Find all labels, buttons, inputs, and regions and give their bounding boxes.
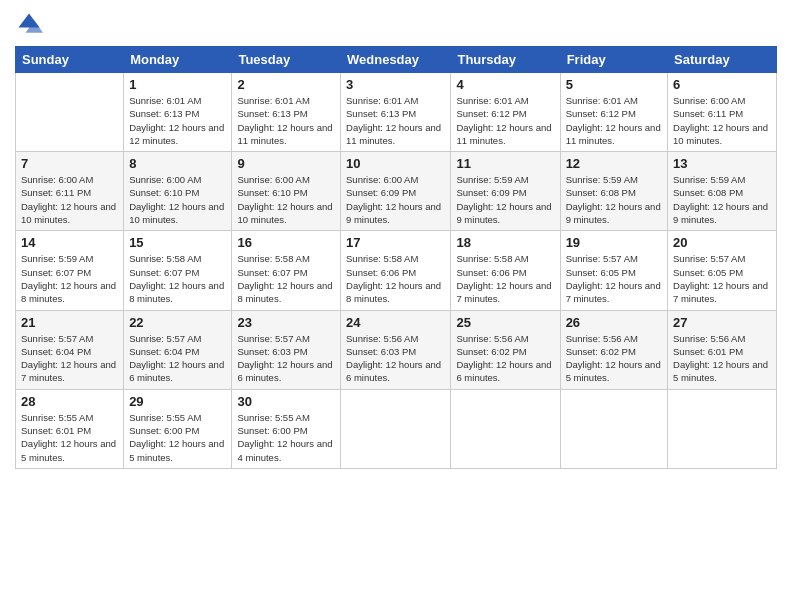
day-number: 20 bbox=[673, 235, 771, 250]
day-number: 2 bbox=[237, 77, 335, 92]
day-number: 19 bbox=[566, 235, 662, 250]
calendar-cell: 8Sunrise: 6:00 AM Sunset: 6:10 PM Daylig… bbox=[124, 152, 232, 231]
day-number: 21 bbox=[21, 315, 118, 330]
day-number: 11 bbox=[456, 156, 554, 171]
day-info: Sunrise: 5:56 AM Sunset: 6:01 PM Dayligh… bbox=[673, 332, 771, 385]
week-row-1: 1Sunrise: 6:01 AM Sunset: 6:13 PM Daylig… bbox=[16, 73, 777, 152]
page: SundayMondayTuesdayWednesdayThursdayFrid… bbox=[0, 0, 792, 612]
day-number: 17 bbox=[346, 235, 445, 250]
day-info: Sunrise: 5:57 AM Sunset: 6:04 PM Dayligh… bbox=[129, 332, 226, 385]
week-row-5: 28Sunrise: 5:55 AM Sunset: 6:01 PM Dayli… bbox=[16, 389, 777, 468]
day-info: Sunrise: 5:59 AM Sunset: 6:08 PM Dayligh… bbox=[566, 173, 662, 226]
calendar-cell: 22Sunrise: 5:57 AM Sunset: 6:04 PM Dayli… bbox=[124, 310, 232, 389]
day-number: 25 bbox=[456, 315, 554, 330]
day-number: 8 bbox=[129, 156, 226, 171]
day-number: 29 bbox=[129, 394, 226, 409]
calendar-cell bbox=[341, 389, 451, 468]
day-number: 27 bbox=[673, 315, 771, 330]
day-number: 30 bbox=[237, 394, 335, 409]
day-number: 12 bbox=[566, 156, 662, 171]
calendar-cell bbox=[560, 389, 667, 468]
weekday-header-thursday: Thursday bbox=[451, 47, 560, 73]
weekday-header-wednesday: Wednesday bbox=[341, 47, 451, 73]
day-info: Sunrise: 5:58 AM Sunset: 6:07 PM Dayligh… bbox=[129, 252, 226, 305]
calendar-cell bbox=[668, 389, 777, 468]
day-info: Sunrise: 5:56 AM Sunset: 6:02 PM Dayligh… bbox=[456, 332, 554, 385]
calendar-cell: 29Sunrise: 5:55 AM Sunset: 6:00 PM Dayli… bbox=[124, 389, 232, 468]
calendar-cell: 5Sunrise: 6:01 AM Sunset: 6:12 PM Daylig… bbox=[560, 73, 667, 152]
calendar-cell: 13Sunrise: 5:59 AM Sunset: 6:08 PM Dayli… bbox=[668, 152, 777, 231]
calendar-cell: 28Sunrise: 5:55 AM Sunset: 6:01 PM Dayli… bbox=[16, 389, 124, 468]
calendar-cell: 16Sunrise: 5:58 AM Sunset: 6:07 PM Dayli… bbox=[232, 231, 341, 310]
calendar-cell: 11Sunrise: 5:59 AM Sunset: 6:09 PM Dayli… bbox=[451, 152, 560, 231]
week-row-3: 14Sunrise: 5:59 AM Sunset: 6:07 PM Dayli… bbox=[16, 231, 777, 310]
calendar-cell: 6Sunrise: 6:00 AM Sunset: 6:11 PM Daylig… bbox=[668, 73, 777, 152]
calendar-cell: 12Sunrise: 5:59 AM Sunset: 6:08 PM Dayli… bbox=[560, 152, 667, 231]
day-number: 14 bbox=[21, 235, 118, 250]
logo-icon bbox=[15, 10, 43, 38]
day-info: Sunrise: 5:56 AM Sunset: 6:02 PM Dayligh… bbox=[566, 332, 662, 385]
calendar-cell: 17Sunrise: 5:58 AM Sunset: 6:06 PM Dayli… bbox=[341, 231, 451, 310]
day-info: Sunrise: 5:58 AM Sunset: 6:06 PM Dayligh… bbox=[456, 252, 554, 305]
week-row-2: 7Sunrise: 6:00 AM Sunset: 6:11 PM Daylig… bbox=[16, 152, 777, 231]
day-info: Sunrise: 5:59 AM Sunset: 6:09 PM Dayligh… bbox=[456, 173, 554, 226]
calendar-table: SundayMondayTuesdayWednesdayThursdayFrid… bbox=[15, 46, 777, 469]
day-info: Sunrise: 6:01 AM Sunset: 6:12 PM Dayligh… bbox=[456, 94, 554, 147]
calendar-cell: 9Sunrise: 6:00 AM Sunset: 6:10 PM Daylig… bbox=[232, 152, 341, 231]
calendar-cell: 2Sunrise: 6:01 AM Sunset: 6:13 PM Daylig… bbox=[232, 73, 341, 152]
calendar-cell: 30Sunrise: 5:55 AM Sunset: 6:00 PM Dayli… bbox=[232, 389, 341, 468]
calendar-cell bbox=[16, 73, 124, 152]
week-row-4: 21Sunrise: 5:57 AM Sunset: 6:04 PM Dayli… bbox=[16, 310, 777, 389]
header bbox=[15, 10, 777, 38]
day-info: Sunrise: 6:00 AM Sunset: 6:10 PM Dayligh… bbox=[129, 173, 226, 226]
weekday-header-tuesday: Tuesday bbox=[232, 47, 341, 73]
day-info: Sunrise: 6:01 AM Sunset: 6:12 PM Dayligh… bbox=[566, 94, 662, 147]
day-info: Sunrise: 5:59 AM Sunset: 6:07 PM Dayligh… bbox=[21, 252, 118, 305]
calendar-cell: 25Sunrise: 5:56 AM Sunset: 6:02 PM Dayli… bbox=[451, 310, 560, 389]
weekday-header-sunday: Sunday bbox=[16, 47, 124, 73]
day-info: Sunrise: 5:56 AM Sunset: 6:03 PM Dayligh… bbox=[346, 332, 445, 385]
logo bbox=[15, 10, 47, 38]
day-number: 24 bbox=[346, 315, 445, 330]
day-number: 5 bbox=[566, 77, 662, 92]
day-info: Sunrise: 5:55 AM Sunset: 6:01 PM Dayligh… bbox=[21, 411, 118, 464]
day-info: Sunrise: 6:00 AM Sunset: 6:10 PM Dayligh… bbox=[237, 173, 335, 226]
day-info: Sunrise: 6:01 AM Sunset: 6:13 PM Dayligh… bbox=[237, 94, 335, 147]
day-info: Sunrise: 5:57 AM Sunset: 6:05 PM Dayligh… bbox=[566, 252, 662, 305]
day-info: Sunrise: 5:58 AM Sunset: 6:07 PM Dayligh… bbox=[237, 252, 335, 305]
day-info: Sunrise: 6:01 AM Sunset: 6:13 PM Dayligh… bbox=[129, 94, 226, 147]
day-info: Sunrise: 6:00 AM Sunset: 6:11 PM Dayligh… bbox=[21, 173, 118, 226]
day-number: 1 bbox=[129, 77, 226, 92]
day-info: Sunrise: 5:57 AM Sunset: 6:04 PM Dayligh… bbox=[21, 332, 118, 385]
day-number: 26 bbox=[566, 315, 662, 330]
day-info: Sunrise: 6:01 AM Sunset: 6:13 PM Dayligh… bbox=[346, 94, 445, 147]
day-number: 9 bbox=[237, 156, 335, 171]
day-number: 10 bbox=[346, 156, 445, 171]
day-info: Sunrise: 6:00 AM Sunset: 6:11 PM Dayligh… bbox=[673, 94, 771, 147]
day-number: 4 bbox=[456, 77, 554, 92]
calendar-cell: 14Sunrise: 5:59 AM Sunset: 6:07 PM Dayli… bbox=[16, 231, 124, 310]
calendar-cell: 4Sunrise: 6:01 AM Sunset: 6:12 PM Daylig… bbox=[451, 73, 560, 152]
day-number: 28 bbox=[21, 394, 118, 409]
day-number: 18 bbox=[456, 235, 554, 250]
calendar-cell: 24Sunrise: 5:56 AM Sunset: 6:03 PM Dayli… bbox=[341, 310, 451, 389]
calendar-cell: 20Sunrise: 5:57 AM Sunset: 6:05 PM Dayli… bbox=[668, 231, 777, 310]
calendar-cell: 21Sunrise: 5:57 AM Sunset: 6:04 PM Dayli… bbox=[16, 310, 124, 389]
weekday-header-friday: Friday bbox=[560, 47, 667, 73]
day-info: Sunrise: 5:58 AM Sunset: 6:06 PM Dayligh… bbox=[346, 252, 445, 305]
weekday-header-saturday: Saturday bbox=[668, 47, 777, 73]
day-number: 13 bbox=[673, 156, 771, 171]
calendar-cell: 1Sunrise: 6:01 AM Sunset: 6:13 PM Daylig… bbox=[124, 73, 232, 152]
day-number: 6 bbox=[673, 77, 771, 92]
day-number: 16 bbox=[237, 235, 335, 250]
day-info: Sunrise: 5:57 AM Sunset: 6:03 PM Dayligh… bbox=[237, 332, 335, 385]
calendar-cell: 7Sunrise: 6:00 AM Sunset: 6:11 PM Daylig… bbox=[16, 152, 124, 231]
day-info: Sunrise: 5:55 AM Sunset: 6:00 PM Dayligh… bbox=[237, 411, 335, 464]
day-info: Sunrise: 5:59 AM Sunset: 6:08 PM Dayligh… bbox=[673, 173, 771, 226]
calendar-cell: 23Sunrise: 5:57 AM Sunset: 6:03 PM Dayli… bbox=[232, 310, 341, 389]
calendar-cell: 26Sunrise: 5:56 AM Sunset: 6:02 PM Dayli… bbox=[560, 310, 667, 389]
weekday-header-monday: Monday bbox=[124, 47, 232, 73]
day-number: 22 bbox=[129, 315, 226, 330]
day-info: Sunrise: 6:00 AM Sunset: 6:09 PM Dayligh… bbox=[346, 173, 445, 226]
day-info: Sunrise: 5:55 AM Sunset: 6:00 PM Dayligh… bbox=[129, 411, 226, 464]
